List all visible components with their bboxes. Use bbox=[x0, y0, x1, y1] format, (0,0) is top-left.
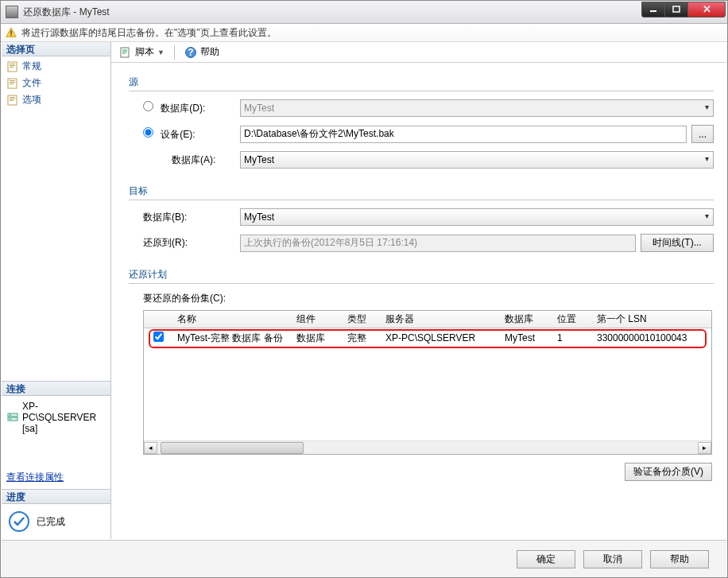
source-device-label-text: 设备(E): bbox=[161, 129, 195, 140]
restore-to-value bbox=[240, 235, 636, 252]
server-icon bbox=[6, 411, 19, 424]
view-connection-props-link[interactable]: 查看连接属性 bbox=[2, 467, 68, 489]
svg-rect-22 bbox=[121, 48, 129, 57]
device-db-select[interactable]: MyTest bbox=[240, 151, 714, 169]
svg-rect-10 bbox=[10, 80, 15, 81]
svg-rect-14 bbox=[10, 97, 15, 98]
success-icon bbox=[8, 510, 30, 533]
sidebar-progress-header: 进度 bbox=[2, 490, 110, 504]
scroll-track[interactable] bbox=[157, 442, 698, 454]
footer-help-button[interactable]: 帮助 bbox=[650, 550, 709, 568]
verify-media-button[interactable]: 验证备份介质(V) bbox=[625, 463, 712, 481]
window-title: 还原数据库 - MyTest bbox=[23, 6, 642, 19]
warning-icon bbox=[6, 27, 17, 38]
maximize-button[interactable] bbox=[664, 2, 688, 17]
source-group-title: 源 bbox=[129, 76, 714, 91]
cell-server: XP-PC\SQLSERVER bbox=[381, 332, 500, 343]
svg-rect-16 bbox=[10, 100, 14, 101]
connection-value: XP-PC\SQLSERVER [sa] bbox=[22, 401, 106, 434]
source-device-radio-label[interactable]: 设备(E): bbox=[129, 127, 240, 142]
cell-position: 1 bbox=[552, 332, 592, 343]
sidebar-item-general[interactable]: 常规 bbox=[2, 58, 110, 75]
warning-text: 将进行源数据库的结尾日志备份。在"选项"页上查看此设置。 bbox=[21, 26, 277, 40]
restore-to-label: 还原到(R): bbox=[129, 236, 240, 250]
browse-device-button[interactable]: ... bbox=[691, 125, 714, 143]
scroll-thumb[interactable] bbox=[161, 442, 304, 454]
chevron-down-icon: ▼ bbox=[157, 48, 165, 56]
script-icon bbox=[119, 46, 132, 59]
svg-rect-7 bbox=[10, 65, 15, 66]
target-group-title: 目标 bbox=[129, 184, 714, 200]
grid-col-server: 服务器 bbox=[381, 312, 500, 326]
grid-col-position: 位置 bbox=[552, 312, 592, 326]
ok-button[interactable]: 确定 bbox=[517, 550, 575, 568]
minimize-button[interactable] bbox=[641, 2, 665, 17]
script-label: 脚本 bbox=[135, 45, 154, 59]
row-checkbox[interactable] bbox=[153, 332, 164, 342]
page-icon bbox=[6, 94, 19, 107]
target-db-select[interactable]: MyTest bbox=[240, 208, 714, 226]
grid-col-component: 组件 bbox=[292, 312, 343, 326]
grid-col-type: 类型 bbox=[343, 312, 381, 326]
script-button[interactable]: 脚本 ▼ bbox=[116, 44, 168, 60]
scroll-right-icon[interactable]: ▸ bbox=[698, 442, 711, 454]
sidebar-item-label: 文件 bbox=[22, 76, 41, 90]
help-button[interactable]: ? 帮助 bbox=[181, 44, 223, 60]
cell-name: MyTest-完整 数据库 备份 bbox=[172, 332, 292, 345]
grid-col-database: 数据库 bbox=[500, 312, 552, 326]
backup-sets-label: 要还原的备份集(C): bbox=[129, 292, 714, 305]
source-db-radio[interactable] bbox=[143, 101, 153, 111]
timeline-button[interactable]: 时间线(T)... bbox=[641, 234, 714, 252]
grid-col-name: 名称 bbox=[172, 312, 292, 326]
target-db-label: 数据库(B): bbox=[129, 211, 240, 224]
warning-bar: 将进行源数据库的结尾日志备份。在"选项"页上查看此设置。 bbox=[1, 24, 727, 42]
svg-rect-8 bbox=[10, 67, 14, 68]
close-button[interactable]: ✕ bbox=[687, 2, 726, 17]
grid-header: 名称 组件 类型 服务器 数据库 位置 第一个 LSN bbox=[144, 311, 711, 328]
dialog-footer: 确定 取消 帮助 bbox=[2, 540, 726, 577]
svg-text:?: ? bbox=[188, 47, 193, 58]
source-device-radio[interactable] bbox=[143, 127, 153, 138]
svg-rect-17 bbox=[8, 413, 17, 417]
help-label: 帮助 bbox=[200, 45, 219, 59]
source-db-label-text: 数据库(D): bbox=[161, 103, 205, 114]
help-icon: ? bbox=[184, 46, 197, 59]
sidebar-item-files[interactable]: 文件 bbox=[2, 75, 110, 91]
svg-point-19 bbox=[10, 414, 11, 416]
svg-rect-18 bbox=[8, 417, 17, 421]
svg-rect-1 bbox=[673, 6, 680, 12]
cell-first-lsn: 33000000010100043 bbox=[592, 332, 711, 343]
table-row[interactable]: MyTest-完整 数据库 备份 数据库 完整 XP-PC\SQLSERVER … bbox=[144, 328, 711, 347]
svg-rect-0 bbox=[650, 10, 656, 12]
restore-plan-group: 还原计划 要还原的备份集(C): 名称 组件 类型 服务器 数据库 位置 第一个… bbox=[129, 268, 714, 481]
svg-rect-3 bbox=[10, 30, 11, 33]
restore-plan-title: 还原计划 bbox=[129, 268, 714, 284]
svg-rect-15 bbox=[10, 99, 15, 99]
sidebar-connection-header: 连接 bbox=[2, 382, 110, 396]
backup-sets-grid[interactable]: 名称 组件 类型 服务器 数据库 位置 第一个 LSN MyTest-完整 数据… bbox=[143, 310, 712, 455]
app-icon bbox=[6, 6, 18, 18]
source-group: 源 数据库(D): 设备(E): bbox=[129, 76, 714, 177]
page-icon bbox=[6, 77, 19, 90]
source-db-value bbox=[240, 99, 714, 117]
cell-type: 完整 bbox=[343, 332, 381, 345]
cancel-button[interactable]: 取消 bbox=[583, 550, 642, 568]
sidebar-item-label: 选项 bbox=[22, 93, 41, 107]
sidebar-select-page-header: 选择页 bbox=[2, 42, 110, 56]
title-bar: 还原数据库 - MyTest ✕ bbox=[1, 1, 727, 24]
device-path-input[interactable] bbox=[240, 126, 687, 143]
scroll-left-icon[interactable]: ◂ bbox=[144, 442, 157, 454]
svg-rect-6 bbox=[10, 64, 15, 64]
progress-status: 已完成 bbox=[37, 515, 65, 529]
source-db-radio-label[interactable]: 数据库(D): bbox=[129, 101, 240, 115]
svg-point-20 bbox=[10, 418, 11, 420]
device-db-label: 数据库(A): bbox=[129, 153, 240, 167]
target-group: 目标 数据库(B): MyTest 还原到(R): 时间线(T)... bbox=[129, 184, 714, 260]
svg-rect-12 bbox=[10, 83, 14, 84]
grid-col-first-lsn: 第一个 LSN bbox=[592, 312, 711, 326]
sidebar-item-options[interactable]: 选项 bbox=[2, 91, 110, 108]
sidebar-item-label: 常规 bbox=[22, 60, 41, 73]
separator bbox=[174, 45, 175, 60]
sidebar: 选择页 常规 文件 选项 连接 X bbox=[2, 42, 111, 539]
horizontal-scrollbar[interactable]: ◂ ▸ bbox=[144, 440, 711, 454]
